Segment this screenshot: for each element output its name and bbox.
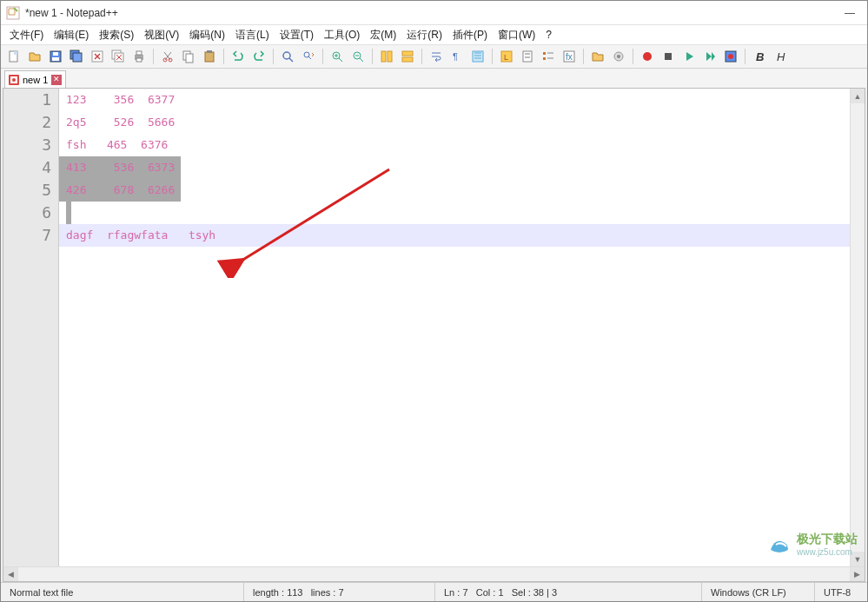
menu-macro[interactable]: 宏(M): [365, 26, 401, 44]
svg-rect-4: [52, 57, 59, 61]
playback-icon[interactable]: [700, 47, 719, 66]
open-file-icon[interactable]: [25, 47, 44, 66]
stop-icon[interactable]: [659, 47, 678, 66]
app-icon: [6, 6, 20, 20]
svg-rect-36: [543, 57, 546, 60]
code-line[interactable]: [59, 202, 850, 224]
close-icon[interactable]: [88, 47, 107, 66]
svg-point-44: [728, 54, 733, 59]
hidden-chars-icon[interactable]: ¶: [447, 47, 467, 66]
menu-language[interactable]: 语言(L): [230, 26, 275, 44]
wrap-icon[interactable]: [427, 47, 446, 66]
udl-icon[interactable]: L: [497, 47, 516, 66]
scroll-right-icon[interactable]: ▶: [850, 567, 865, 581]
play-icon[interactable]: [679, 47, 699, 66]
menu-encoding[interactable]: 编码(N): [184, 26, 230, 44]
zoom-out-icon[interactable]: [348, 47, 368, 66]
menu-run[interactable]: 运行(R): [401, 26, 447, 44]
status-eol[interactable]: Windows (CR LF): [702, 583, 815, 601]
menu-view[interactable]: 视图(V): [139, 26, 184, 44]
scroll-up-icon[interactable]: ▲: [851, 89, 865, 103]
zoom-in-icon[interactable]: [328, 47, 347, 66]
print-icon[interactable]: [129, 47, 149, 66]
tab-close-button[interactable]: ✕: [51, 75, 62, 85]
sync-h-icon[interactable]: [398, 47, 417, 66]
line-number: 5: [3, 179, 51, 202]
svg-text:¶: ¶: [453, 51, 458, 62]
monitor-icon[interactable]: [609, 47, 628, 66]
code-line[interactable]: 123 356 6377: [59, 89, 850, 111]
line-number: 7: [3, 224, 51, 247]
svg-rect-24: [381, 51, 386, 62]
folder-icon[interactable]: [588, 47, 607, 66]
toolbar-separator: [322, 49, 323, 64]
menu-bar: 文件(F) 编辑(E) 搜索(S) 视图(V) 编码(N) 语言(L) 设置(T…: [1, 25, 867, 44]
toolbar-separator: [745, 49, 745, 64]
code-line[interactable]: dagf rfagwfata tsyh: [59, 224, 850, 247]
svg-rect-2: [14, 51, 17, 55]
menu-plugins[interactable]: 插件(P): [447, 26, 493, 44]
menu-window[interactable]: 窗口(W): [493, 26, 540, 44]
tab-bar: new 1 ✕: [1, 69, 867, 88]
status-length-lines: length : 113 lines : 7: [244, 583, 435, 601]
menu-search[interactable]: 搜索(S): [94, 26, 139, 44]
code-line[interactable]: fsh 465 6376: [59, 134, 850, 156]
menu-tools[interactable]: 工具(O): [319, 26, 365, 44]
menu-settings[interactable]: 设置(T): [275, 26, 319, 44]
func-list-icon[interactable]: fx: [560, 47, 579, 66]
save-all-icon[interactable]: [67, 47, 86, 66]
svg-rect-35: [543, 52, 546, 55]
sync-v-icon[interactable]: [377, 47, 396, 66]
undo-icon[interactable]: [229, 47, 248, 66]
menu-help[interactable]: ?: [540, 27, 557, 43]
svg-text:H: H: [777, 50, 785, 63]
line-number: 4: [3, 156, 51, 179]
replace-icon[interactable]: [299, 47, 318, 66]
horizontal-scrollbar[interactable]: ◀ ▶: [3, 566, 865, 581]
menu-file[interactable]: 文件(F): [4, 26, 49, 44]
toolbar-separator: [372, 49, 373, 64]
bold-icon[interactable]: B: [750, 47, 769, 66]
new-file-icon[interactable]: [4, 47, 23, 66]
close-all-icon[interactable]: [109, 47, 128, 66]
toolbar-separator: [223, 49, 224, 64]
save-macro-icon[interactable]: [721, 47, 740, 66]
svg-rect-18: [205, 52, 214, 62]
redo-icon[interactable]: [249, 47, 268, 66]
code-area[interactable]: 123 356 63772q5 526 5666fsh 465 6376413 …: [59, 89, 850, 566]
find-icon[interactable]: [278, 47, 297, 66]
title-bar: *new 1 - Notepad++ —: [1, 1, 867, 25]
status-encoding[interactable]: UTF-8: [815, 583, 867, 601]
indent-guide-icon[interactable]: [468, 47, 487, 66]
svg-rect-13: [136, 58, 142, 62]
vertical-scrollbar[interactable]: ▲ ▼: [850, 89, 865, 566]
line-number: 3: [3, 134, 51, 156]
record-icon[interactable]: [638, 47, 657, 66]
svg-rect-17: [186, 54, 193, 63]
menu-edit[interactable]: 编辑(E): [49, 26, 94, 44]
code-line[interactable]: 426 678 6266: [59, 179, 850, 202]
italic-icon[interactable]: H: [771, 47, 790, 66]
scroll-down-icon[interactable]: ▼: [851, 552, 865, 566]
svg-rect-12: [136, 51, 142, 55]
copy-icon[interactable]: [179, 47, 198, 66]
svg-point-40: [617, 55, 620, 58]
tab-new-1[interactable]: new 1 ✕: [4, 70, 66, 88]
line-number: 1: [3, 89, 51, 111]
scroll-left-icon[interactable]: ◀: [3, 567, 18, 581]
cut-icon[interactable]: [158, 47, 177, 66]
status-bar: Normal text file length : 113 lines : 7 …: [1, 582, 867, 601]
code-line[interactable]: 2q5 526 5666: [59, 111, 850, 134]
minimize-button[interactable]: —: [845, 7, 855, 19]
code-line[interactable]: 413 536 6373: [59, 156, 850, 179]
paste-icon[interactable]: [200, 47, 219, 66]
doc-list-icon[interactable]: [539, 47, 558, 66]
svg-rect-26: [402, 51, 413, 56]
toolbar: ¶LfxBH: [1, 44, 867, 69]
toolbar-separator: [633, 49, 633, 64]
svg-rect-25: [388, 51, 392, 62]
save-icon[interactable]: [46, 47, 65, 66]
line-number: 6: [3, 202, 51, 224]
status-position: Ln : 7 Col : 1 Sel : 38 | 3: [435, 583, 702, 601]
doc-map-icon[interactable]: [518, 47, 537, 66]
